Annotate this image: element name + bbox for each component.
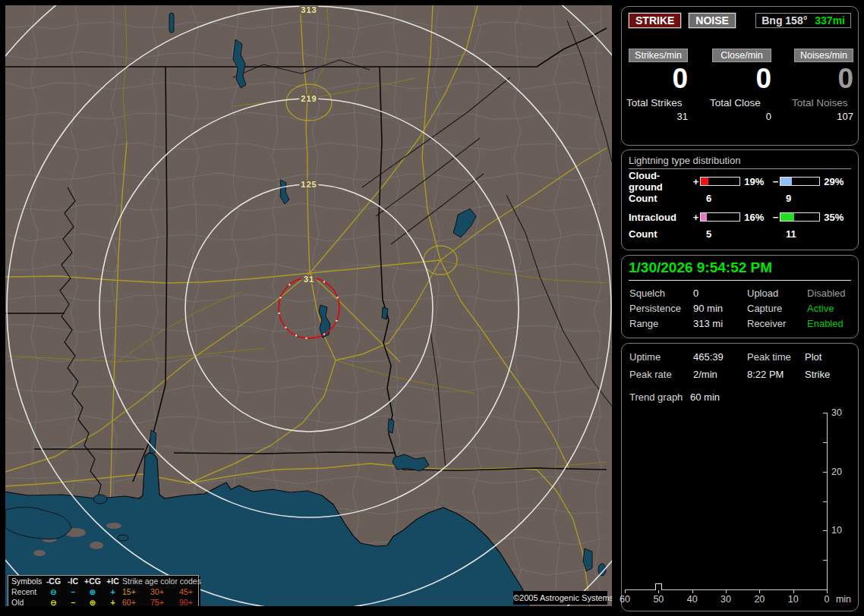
ring-label-125: 125 [299,181,318,189]
cloud-ground-label: Cloud-ground [629,170,692,193]
noise-toggle-button[interactable]: NOISE [689,13,736,28]
stormvue-app: { "header": { "strike_label": "STRIKE", … [0,0,864,616]
secondary-roads [5,5,607,470]
status-panel: 1/30/2026 9:54:52 PM Squelch 0 Upload Di… [621,255,859,338]
ic-positive-bar [700,212,740,222]
cg-positive-pct: 19% [744,176,771,187]
close-column: Close/min 0 Total Close 0 [712,49,771,122]
neg-cg-old-icon: ⊖ [43,597,64,606]
distance-value: 337mi [815,14,845,27]
intracloud-count-row: Count 5 11 [629,228,851,240]
datetime-display: 1/30/2026 9:54:52 PM [629,259,851,281]
close-per-min-value: 0 [712,64,771,94]
intracloud-label: Intracloud [629,212,692,223]
receiver-label: Receiver [747,318,786,329]
session-panel: Uptime 465:39 Peak time Plot Peak rate 2… [621,343,859,611]
pos-cg-recent-icon: ⊕ [82,586,103,597]
range-label: Range [629,318,658,329]
minus-sign: − [771,176,780,187]
cg-positive-count: 6 [706,193,711,204]
legend-col-pos-ic: +IC [103,576,122,586]
noises-column: Noises/min 0 Total Noises 107 [794,49,853,122]
legend-row-recent: Recent [11,586,43,597]
bearing-value: Bng 158° [762,14,807,27]
cloud-ground-count-row: Count 6 9 [629,193,851,205]
cg-negative-bar [780,177,820,186]
age-30: 30+ [150,586,179,597]
count-label: Count [629,193,657,204]
strike-toggle-button[interactable]: STRIKE [629,13,681,28]
total-strikes-value: 31 [629,111,688,122]
lightning-distribution-panel: Lightning type distribution Cloud-ground… [621,149,859,250]
distribution-title: Lightning type distribution [629,155,851,169]
plus-sign: + [692,212,700,223]
ic-negative-pct: 35% [824,212,851,223]
pos-cg-old-icon: ⊕ [82,597,103,606]
trend-x-tick: 50 [653,594,664,605]
age-15: 15+ [122,586,150,597]
legend-row-old: Old [11,597,43,606]
neg-ic-recent-icon: − [64,586,82,597]
capture-value: Active [807,303,834,314]
legend-symbols-title: Symbols [11,576,43,586]
legend-col-pos-cg: +CG [82,576,103,586]
trend-x-tick: 30 [721,594,731,605]
status-row: Persistence 90 min Capture Active [629,303,851,318]
radar-map[interactable]: 313 219 125 31 Symbols -CG -IC +CG +IC S… [5,5,612,606]
age-75: 75+ [150,597,179,606]
trend-x-tick: 20 [754,594,765,605]
strikes-per-min-value: 0 [629,64,688,94]
pos-ic-recent-icon: + [103,586,122,597]
squelch-value: 0 [693,288,698,299]
legend-age-title: Strike age color codes [122,576,207,586]
pos-ic-old-icon: + [103,597,122,606]
trend-x-tick: 0 [825,594,830,605]
total-strikes-label: Total Strikes [626,97,688,108]
rivers-ridges [233,20,612,468]
ring-label-31: 31 [302,275,316,284]
close-per-min-label: Close/min [712,49,771,62]
count-label: Count [629,228,657,240]
receiver-value: Enabled [807,318,844,329]
age-60: 60+ [122,597,150,606]
ring-label-219: 219 [299,95,318,103]
ic-positive-count: 5 [706,228,711,240]
cg-negative-pct: 29% [824,176,851,187]
age-45: 45+ [179,586,207,597]
strikes-column: Strikes/min 0 Total Strikes 31 [629,49,688,122]
trend-x-unit: min [836,594,851,605]
counters-panel: STRIKE NOISE Bng 158°337mi Strikes/min 0… [621,6,859,146]
persistence-label: Persistence [629,303,681,314]
total-close-label: Total Close [710,97,771,108]
copyright-text: ©2005 Astrogenic Systems [513,591,607,605]
upload-value: Disabled [807,288,846,299]
capture-label: Capture [747,303,782,314]
cloud-ground-row: Cloud-ground + 19% − 29% [629,176,851,187]
trend-x-tick: 10 [788,594,799,605]
minus-sign: − [771,212,780,223]
persistence-value: 90 min [693,303,723,314]
squelch-label: Squelch [629,288,665,299]
cg-positive-bar [700,177,740,186]
status-row: Range 313 mi Receiver Enabled [629,318,851,333]
trend-y-tick: 30 [831,407,842,418]
ring-label-313: 313 [299,6,318,14]
neg-ic-old-icon: − [64,597,82,606]
ic-negative-count: 11 [786,228,796,240]
noises-per-min-label: Noises/min [794,49,853,62]
neg-cg-recent-icon: ⊖ [43,586,64,597]
cg-negative-count: 9 [786,193,791,204]
bearing-indicator: Bng 158°337mi [755,13,851,28]
total-noises-value: 107 [794,111,853,122]
age-90: 90+ [179,597,207,606]
legend-col-neg-ic: -IC [64,576,82,586]
legend-col-neg-cg: -CG [43,576,64,586]
trend-strike-bar [655,583,662,590]
trend-x-tick: 40 [687,594,698,605]
total-close-value: 0 [712,111,771,122]
upload-label: Upload [747,288,778,299]
range-value: 313 mi [693,318,723,329]
ic-negative-bar [780,212,820,222]
map-legend: Symbols -CG -IC +CG +IC Strike age color… [8,575,199,606]
intracloud-row: Intracloud + 16% − 35% [629,212,851,222]
